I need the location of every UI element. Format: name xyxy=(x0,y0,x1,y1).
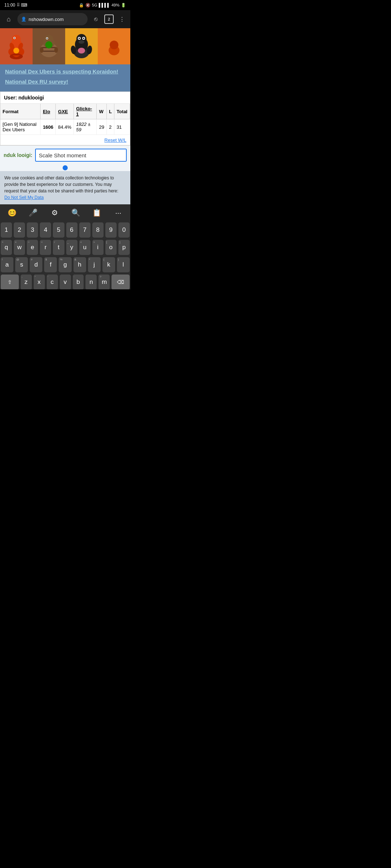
home-button[interactable]: ⌂ xyxy=(3,13,14,25)
col-format: Format xyxy=(0,104,41,119)
svg-point-16 xyxy=(45,41,52,48)
key-i[interactable]: >i xyxy=(92,240,104,255)
ladder-section: User: nduklooigi Format Elo GXE Glicko-1… xyxy=(0,92,130,145)
key-p[interactable]: ]p xyxy=(118,240,130,255)
pokemon-cell-2 xyxy=(33,28,65,64)
key-u[interactable]: <u xyxy=(79,240,91,255)
cursor-area xyxy=(0,165,130,171)
pokemon-row xyxy=(0,28,130,64)
key-m[interactable]: ?m xyxy=(98,275,110,289)
key-s[interactable]: @s xyxy=(15,257,28,272)
key-8[interactable]: 8 xyxy=(92,222,104,238)
pokemon-sprite-1 xyxy=(2,32,31,61)
svg-point-29 xyxy=(78,48,85,54)
username-display: nduklooigi xyxy=(18,95,44,101)
key-d[interactable]: #d xyxy=(30,257,42,272)
svg-point-31 xyxy=(110,41,118,49)
reset-row: Reset W/L xyxy=(0,135,130,145)
url-bar[interactable]: 👤 nshowdown.com xyxy=(17,13,88,25)
key-j[interactable]: *j xyxy=(88,257,101,272)
news-link-1[interactable]: National Dex Ubers is suspecting Koraido… xyxy=(5,68,125,75)
key-v[interactable]: v xyxy=(60,275,71,289)
key-h[interactable]: &h xyxy=(73,257,86,272)
keyboard-row-bottom: ⇧ -z "x 'c v ·b n ?m ⌫ xyxy=(1,275,130,289)
key-1[interactable]: 1 xyxy=(1,222,12,238)
key-f[interactable]: $f xyxy=(44,257,57,272)
reset-wl-link[interactable]: Reset W/L xyxy=(104,137,126,143)
keyboard: 1 2 3 4 5 6 7 8 9 0 +q ×w ÷e =r /t _y <u… xyxy=(0,221,130,289)
svg-point-13 xyxy=(47,38,48,39)
col-w: W xyxy=(97,104,106,119)
col-total: Total xyxy=(114,104,130,119)
pokemon-sprite-2 xyxy=(34,32,63,61)
pokemon-sprite-3 xyxy=(67,32,96,61)
key-a[interactable]: !a xyxy=(1,257,13,272)
tab-count[interactable]: 2 xyxy=(104,14,114,24)
svg-point-2 xyxy=(12,35,21,43)
ladder-table: Format Elo GXE Glicko-1 W L Total [Gen 9… xyxy=(0,104,130,135)
svg-point-25 xyxy=(83,38,84,39)
key-9[interactable]: 9 xyxy=(105,222,117,238)
key-y[interactable]: _y xyxy=(66,240,77,255)
key-6[interactable]: 6 xyxy=(66,222,77,238)
pokemon-cell-1 xyxy=(0,28,33,64)
key-c[interactable]: 'c xyxy=(47,275,58,289)
web-content: National Dex Ubers is suspecting Koraido… xyxy=(0,28,130,204)
col-l: L xyxy=(106,104,114,119)
svg-rect-15 xyxy=(42,51,56,52)
status-icons: 🔒 🔇 5G ▌▌▌▌ 49% 🔋 xyxy=(79,3,126,8)
keyboard-row-numbers: 1 2 3 4 5 6 7 8 9 0 xyxy=(1,222,130,238)
backspace-key[interactable]: ⌫ xyxy=(112,275,130,289)
key-5[interactable]: 5 xyxy=(53,222,64,238)
pokemon-cell-3 xyxy=(65,28,98,64)
emoji-button[interactable]: 😊 xyxy=(4,206,20,220)
pokemon-cell-4 xyxy=(98,28,130,64)
key-7[interactable]: 7 xyxy=(79,222,91,238)
keyboard-toolbar: 😊 🎤 ⚙ 🔍 📋 ··· xyxy=(0,204,130,221)
pokemon-sprite-4 xyxy=(103,32,125,61)
key-t[interactable]: /t xyxy=(53,240,64,255)
svg-point-23 xyxy=(79,38,80,39)
menu-button[interactable]: ⋮ xyxy=(117,14,127,25)
news-link-2[interactable]: National Dex RU survey! xyxy=(5,78,125,85)
share-button[interactable]: ⎋ xyxy=(91,14,101,25)
key-z[interactable]: -z xyxy=(21,275,32,289)
shift-key[interactable]: ⇧ xyxy=(1,275,19,289)
col-elo: Elo xyxy=(41,104,56,119)
more-button[interactable]: ··· xyxy=(110,206,126,220)
col-glicko: Glicko-1 xyxy=(74,104,97,119)
clipboard-button[interactable]: 📋 xyxy=(89,206,105,220)
key-0[interactable]: 0 xyxy=(118,222,130,238)
key-g[interactable]: %g xyxy=(59,257,71,272)
key-2[interactable]: 2 xyxy=(14,222,25,238)
cookie-link[interactable]: Do Not Sell My Data xyxy=(4,195,44,200)
table-row: [Gen 9] National Dex Ubers 1606 84.4% 18… xyxy=(0,119,130,135)
key-q[interactable]: +q xyxy=(1,240,12,255)
search-button[interactable]: 🔍 xyxy=(68,206,84,220)
cookie-banner: We use cookies and other data collection… xyxy=(0,171,130,204)
key-b[interactable]: ·b xyxy=(73,275,84,289)
status-bar: 11:00 ⠿ ⌨ 🔒 🔇 5G ▌▌▌▌ 49% 🔋 xyxy=(0,0,130,10)
svg-point-7 xyxy=(13,48,19,54)
chat-username: nduk looigi: xyxy=(4,152,32,158)
key-x[interactable]: "x xyxy=(34,275,45,289)
chat-section: nduk looigi: xyxy=(0,145,130,165)
key-n[interactable]: n xyxy=(85,275,97,289)
keyboard-row-top: +q ×w ÷e =r /t _y <u >i [o ]p xyxy=(1,240,130,255)
key-3[interactable]: 3 xyxy=(27,222,38,238)
key-k[interactable]: (k xyxy=(102,257,115,272)
svg-point-26 xyxy=(79,40,84,44)
svg-point-4 xyxy=(14,38,15,39)
mic-button[interactable]: 🎤 xyxy=(25,206,41,220)
key-l[interactable]: )l xyxy=(117,257,130,272)
key-4[interactable]: 4 xyxy=(40,222,51,238)
key-o[interactable]: [o xyxy=(105,240,117,255)
chat-input[interactable] xyxy=(35,149,127,162)
settings-button[interactable]: ⚙ xyxy=(47,206,63,220)
key-r[interactable]: =r xyxy=(40,240,51,255)
key-e[interactable]: ÷e xyxy=(27,240,38,255)
user-header: User: nduklooigi xyxy=(0,92,130,104)
keyboard-row-middle: !a @s #d $f %g &h *j (k )l xyxy=(1,257,130,272)
key-w[interactable]: ×w xyxy=(14,240,25,255)
col-gxe: GXE xyxy=(56,104,74,119)
